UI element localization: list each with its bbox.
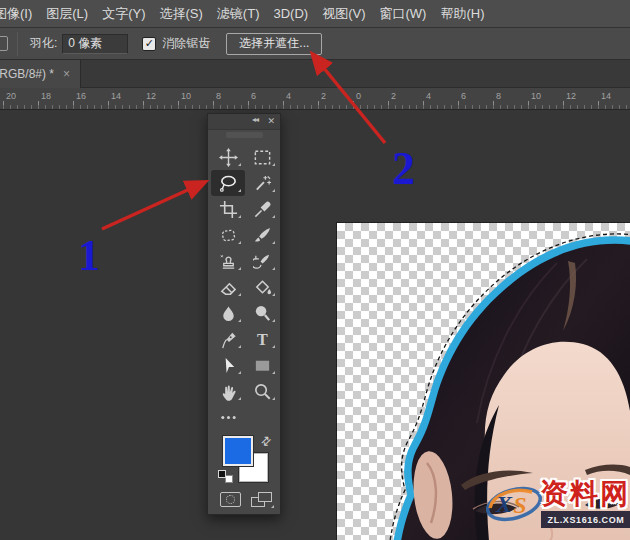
tool-ellipsis[interactable]: [211, 404, 245, 430]
swap-colors-icon[interactable]: ⇄: [256, 431, 276, 451]
tool-spot-healing-brush[interactable]: [211, 222, 245, 248]
tool-zoom[interactable]: [245, 378, 279, 404]
menu-select[interactable]: 选择(S): [153, 5, 210, 23]
step-number-2: 2: [392, 142, 415, 195]
tab-close-icon[interactable]: ×: [63, 67, 70, 81]
step-number-1: 1: [78, 230, 100, 281]
antialias-label: 消除锯齿: [162, 35, 210, 52]
options-divider: [17, 32, 18, 56]
menu-bar: 图像(I)图层(L)文字(Y)选择(S)滤镜(T)3D(D)视图(V)窗口(W)…: [0, 0, 630, 28]
document-tab[interactable]: 2, RGB/8#) * ×: [0, 60, 81, 88]
tool-lasso[interactable]: [211, 170, 245, 196]
photoshop-window: 图像(I)图层(L)文字(Y)选择(S)滤镜(T)3D(D)视图(V)窗口(W)…: [0, 0, 630, 540]
document-tab-title: 2, RGB/8#) *: [0, 67, 54, 81]
horizontal-ruler[interactable]: 20181614121086420246810121416: [0, 88, 630, 110]
menu-filter[interactable]: 滤镜(T): [210, 5, 267, 23]
quick-mask-button[interactable]: [220, 492, 241, 507]
canvas[interactable]: [337, 223, 630, 540]
tool-brush[interactable]: [245, 222, 279, 248]
menu-help[interactable]: 帮助(H): [433, 5, 491, 23]
panel-close-icon[interactable]: ✕: [267, 116, 275, 126]
tool-pen[interactable]: [211, 326, 245, 352]
tool-magic-wand[interactable]: [245, 170, 279, 196]
options-bar: 羽化: 0 像素 ✓ 消除锯齿 选择并遮住...: [0, 28, 630, 60]
tool-eraser[interactable]: [211, 274, 245, 300]
portrait-image: [337, 223, 630, 540]
tool-hand[interactable]: [211, 378, 245, 404]
svg-text:T: T: [257, 331, 268, 348]
tool-blur[interactable]: [211, 300, 245, 326]
check-icon: ✓: [145, 38, 154, 49]
feather-input[interactable]: 0 像素: [62, 34, 128, 54]
tool-path-selection[interactable]: [211, 352, 245, 378]
panel-collapse-icon[interactable]: ◂◂: [252, 115, 258, 124]
tool-move[interactable]: [211, 144, 245, 170]
menu-window[interactable]: 窗口(W): [372, 5, 433, 23]
tool-crop[interactable]: [211, 196, 245, 222]
antialias-checkbox[interactable]: ✓: [142, 37, 156, 51]
tool-eyedropper[interactable]: [245, 196, 279, 222]
panel-grip[interactable]: [226, 132, 263, 138]
tool-preset-icon[interactable]: [0, 36, 8, 51]
tools-panel: ◂◂ ✕ T ⇄: [207, 113, 281, 515]
arrow-1: [102, 183, 203, 229]
screen-mode-button[interactable]: [251, 492, 272, 507]
default-colors-icon[interactable]: [218, 470, 233, 483]
tool-type[interactable]: T: [245, 326, 279, 352]
document-tab-bar: 2, RGB/8#) * ×: [0, 60, 630, 88]
tool-clone-stamp[interactable]: [211, 248, 245, 274]
foreground-color-swatch[interactable]: [223, 436, 253, 466]
menu-image[interactable]: 图像(I): [0, 5, 39, 23]
tool-rectangular-marquee[interactable]: [245, 144, 279, 170]
tool-rectangle-shape[interactable]: [245, 352, 279, 378]
tool-history-brush[interactable]: [245, 248, 279, 274]
tool-dodge[interactable]: [245, 300, 279, 326]
menu-3d[interactable]: 3D(D): [266, 6, 315, 21]
menu-view[interactable]: 视图(V): [315, 5, 372, 23]
tools-grid: T: [211, 144, 279, 430]
menu-type[interactable]: 文字(Y): [95, 5, 152, 23]
select-and-mask-button[interactable]: 选择并遮住...: [226, 33, 322, 55]
menu-layer[interactable]: 图层(L): [39, 5, 95, 23]
feather-label: 羽化:: [30, 35, 57, 52]
tool-paint-bucket[interactable]: [245, 274, 279, 300]
